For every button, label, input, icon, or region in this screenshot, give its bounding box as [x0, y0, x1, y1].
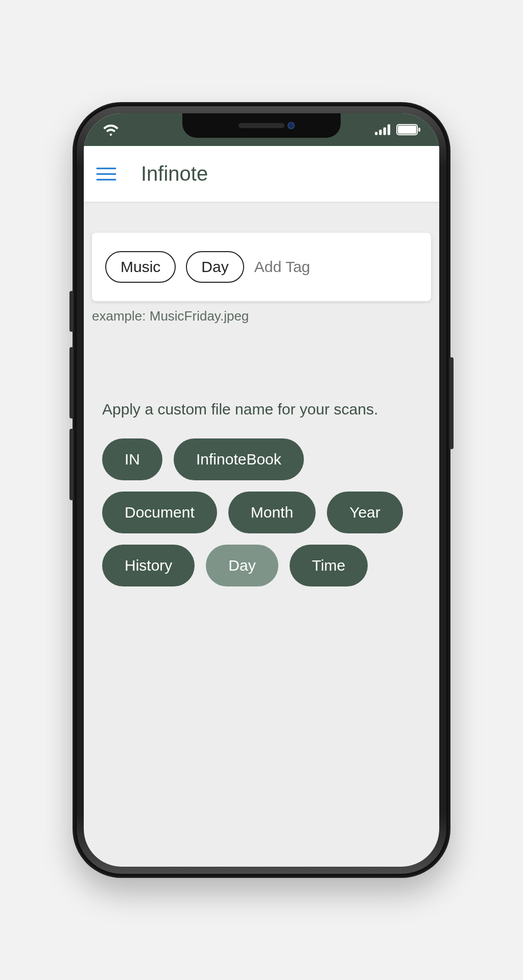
- wifi-icon: [102, 123, 120, 136]
- instruction-text: Apply a custom file name for your scans.: [102, 401, 421, 418]
- phone-front-camera: [288, 122, 295, 129]
- svg-rect-0: [375, 132, 377, 135]
- phone-screen: Infinote Music Day example: MusicFriday.…: [84, 113, 439, 867]
- tag-chip[interactable]: Day: [186, 251, 244, 283]
- hamburger-menu-icon: [96, 166, 116, 182]
- phone-side-button: [69, 429, 74, 500]
- phone-speaker: [239, 123, 284, 128]
- option-chip-history[interactable]: History: [102, 545, 195, 586]
- app-header: Infinote: [84, 146, 439, 202]
- app-title: Infinote: [141, 162, 208, 185]
- phone-frame: Infinote Music Day example: MusicFriday.…: [73, 102, 450, 878]
- tag-chip[interactable]: Music: [105, 251, 176, 283]
- phone-notch: [182, 113, 341, 138]
- filename-tag-options: IN InfinoteBook Document Month Year Hist…: [102, 438, 421, 586]
- option-chip-document[interactable]: Document: [102, 492, 217, 533]
- svg-rect-5: [398, 126, 416, 134]
- option-chip-day[interactable]: Day: [206, 545, 278, 586]
- battery-icon: [396, 124, 421, 135]
- svg-rect-2: [384, 128, 386, 135]
- svg-rect-6: [418, 128, 420, 132]
- phone-side-button: [69, 291, 74, 332]
- option-chip-infinotebook[interactable]: InfinoteBook: [174, 438, 304, 480]
- tag-input-card: Music Day: [92, 233, 431, 301]
- menu-button[interactable]: [95, 163, 117, 185]
- option-chip-time[interactable]: Time: [290, 545, 368, 586]
- option-chip-month[interactable]: Month: [228, 492, 316, 533]
- svg-rect-3: [388, 125, 390, 135]
- option-chip-in[interactable]: IN: [102, 438, 162, 480]
- cellular-signal-icon: [375, 124, 390, 135]
- phone-side-button: [449, 357, 454, 449]
- svg-rect-1: [379, 130, 382, 135]
- option-chip-year[interactable]: Year: [327, 492, 403, 533]
- add-tag-input[interactable]: [254, 258, 418, 276]
- example-filename-label: example: MusicFriday.jpeg: [92, 308, 431, 324]
- phone-side-button: [69, 347, 74, 419]
